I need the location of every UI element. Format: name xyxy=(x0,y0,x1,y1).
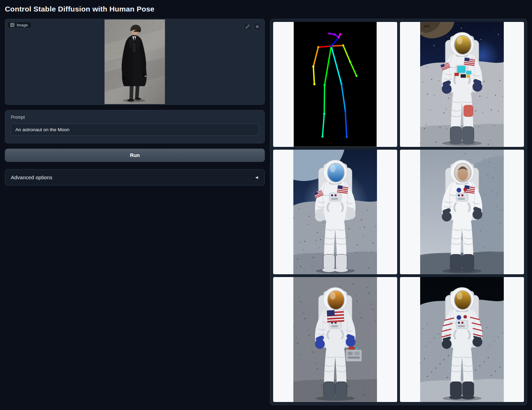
gallery-item-pose-skeleton[interactable] xyxy=(273,22,397,147)
svg-text:avi: avi xyxy=(424,24,430,29)
run-button[interactable]: Run xyxy=(5,149,265,162)
input-image[interactable] xyxy=(6,19,264,104)
generated-image xyxy=(420,150,504,275)
pencil-icon xyxy=(246,24,250,29)
generated-image: avi xyxy=(420,22,504,147)
input-image-panel: Image xyxy=(5,19,265,105)
close-icon xyxy=(255,25,259,29)
generated-image xyxy=(420,277,504,402)
gallery-item-astronaut-blue-visor-earthrise[interactable] xyxy=(273,150,397,275)
prompt-label: Prompt xyxy=(11,115,259,120)
page-title: Control Stable Diffusion with Human Pose xyxy=(5,5,527,13)
generated-image xyxy=(293,277,377,402)
gallery-item-astronaut-orange-visor-big-flag[interactable] xyxy=(273,277,397,402)
input-photo xyxy=(105,19,165,104)
edit-image-button[interactable] xyxy=(244,23,252,30)
collapse-arrow-icon: ◄ xyxy=(254,175,259,180)
app: Control Stable Diffusion with Human Pose… xyxy=(0,0,532,409)
advanced-options-accordion[interactable]: Advanced options ◄ xyxy=(5,169,265,186)
image-label-badge: Image xyxy=(7,21,32,29)
left-column: Image Prompt xyxy=(5,19,265,186)
output-gallery: avi xyxy=(270,19,527,405)
gallery-item-astronaut-gold-visor-striped-sleeves[interactable] xyxy=(400,277,524,402)
prompt-panel: Prompt xyxy=(5,110,265,143)
image-label: Image xyxy=(17,23,28,27)
generated-image xyxy=(293,150,377,275)
pose-skeleton-image xyxy=(294,22,377,147)
image-toolbar xyxy=(244,23,261,30)
main-row: Image Prompt xyxy=(5,19,527,405)
gallery-item-astronaut-gold-visor-moon-rock[interactable]: avi xyxy=(400,22,524,147)
image-icon xyxy=(10,23,15,27)
gallery-item-astronaut-clear-visor-face[interactable] xyxy=(400,150,524,275)
prompt-input[interactable] xyxy=(11,124,259,136)
clear-image-button[interactable] xyxy=(253,23,261,30)
advanced-options-label: Advanced options xyxy=(11,174,52,180)
